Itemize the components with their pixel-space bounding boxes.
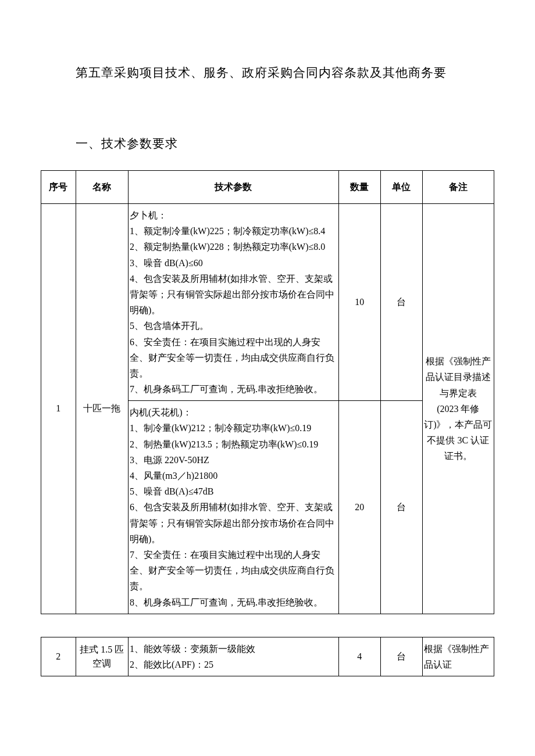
cell-spec: 1、能效等级：变频新一级能效2、能效比(APF)：25	[129, 637, 339, 676]
cell-remark: 根据《强制性产品认证	[422, 637, 494, 676]
cell-unit: 台	[380, 637, 422, 676]
cell-name: 十匹一拖	[76, 204, 128, 614]
table-row: 1 十匹一拖 夕卜机：1、额定制冷量(kW)225；制冷额定功率(kW)≤8.4…	[41, 204, 494, 401]
cell-unit: 台	[380, 401, 422, 614]
th-remark: 备注	[422, 171, 494, 204]
cell-qty: 4	[338, 637, 380, 676]
cell-spec: 内机(天花机)：1、制冷量(kW)212；制冷额定功率(kW)≤0.192、制热…	[129, 401, 339, 614]
th-name: 名称	[76, 171, 128, 204]
table-row: 2 挂式 1.5 匹空调 1、能效等级：变频新一级能效2、能效比(APF)：25…	[41, 637, 494, 676]
chapter-title: 第五章采购项目技术、服务、政府采购合同内容条款及其他商务要	[76, 64, 494, 83]
spacer-cell	[41, 614, 494, 637]
section-title: 一、技术参数要求	[76, 135, 494, 153]
spec-table: 序号 名称 技术参数 数量 单位 备注 1 十匹一拖 夕卜机：1、额定制冷量(k…	[41, 170, 494, 676]
spacer-row	[41, 614, 494, 637]
th-seq: 序号	[41, 171, 76, 204]
table-header-row: 序号 名称 技术参数 数量 单位 备注	[41, 171, 494, 204]
cell-unit: 台	[380, 204, 422, 401]
cell-seq: 1	[41, 204, 76, 614]
cell-name: 挂式 1.5 匹空调	[76, 637, 128, 676]
cell-qty: 10	[338, 204, 380, 401]
cell-qty: 20	[338, 401, 380, 614]
cell-seq: 2	[41, 637, 76, 676]
th-qty: 数量	[338, 171, 380, 204]
cell-remark: 根据《强制性产品认证目录描述与界定表(2023 年修订)》，本产品可不提供 3C…	[422, 204, 494, 614]
th-unit: 单位	[380, 171, 422, 204]
th-spec: 技术参数	[129, 171, 339, 204]
page: 第五章采购项目技术、服务、政府采购合同内容条款及其他商务要 一、技术参数要求 序…	[0, 0, 535, 756]
cell-spec: 夕卜机：1、额定制冷量(kW)225；制冷额定功率(kW)≤8.42、额定制热量…	[129, 204, 339, 401]
